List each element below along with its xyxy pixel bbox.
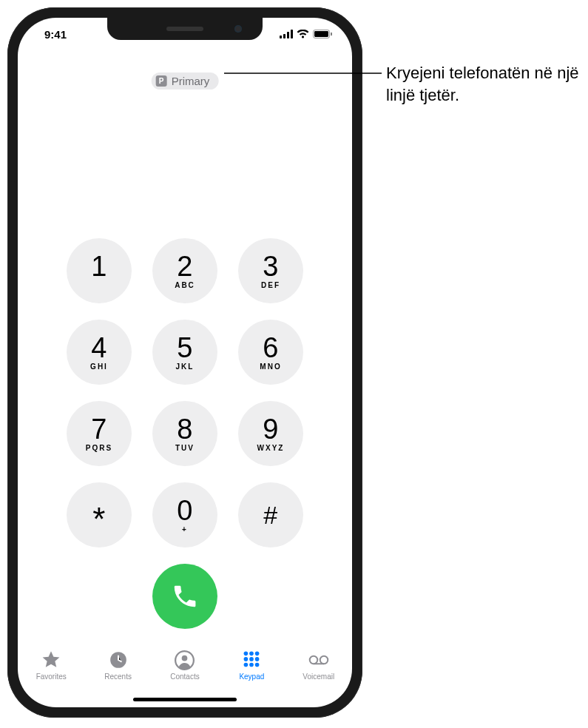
svg-rect-1 [283, 34, 285, 38]
speaker-grille [166, 27, 203, 31]
svg-rect-3 [291, 30, 293, 38]
svg-rect-5 [314, 31, 328, 37]
callout-text: Kryejeni telefonatën në një linjë tjetër… [386, 62, 582, 106]
battery-icon [313, 30, 333, 38]
notch [107, 18, 263, 40]
svg-rect-0 [280, 36, 282, 38]
cellular-signal-icon [280, 30, 293, 38]
status-time: 9:41 [36, 28, 67, 41]
svg-rect-2 [287, 32, 289, 38]
status-indicators [280, 30, 334, 38]
wifi-icon [297, 30, 309, 38]
callout-leader-line [0, 0, 588, 728]
svg-rect-6 [331, 33, 332, 36]
front-camera [234, 25, 242, 33]
